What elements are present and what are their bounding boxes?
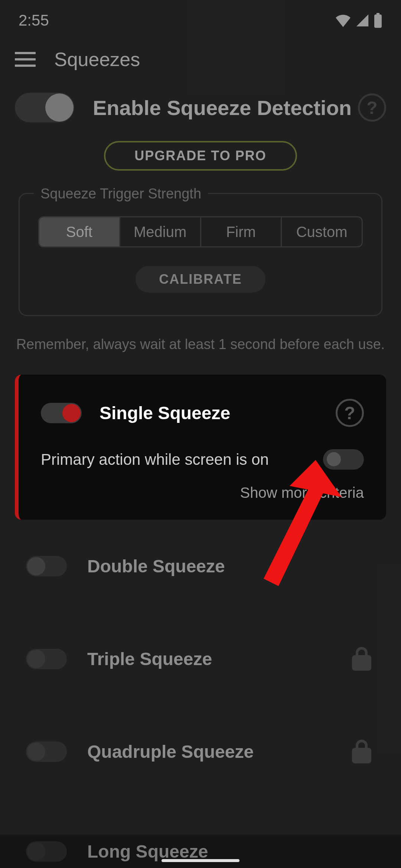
enable-squeeze-toggle[interactable] — [15, 93, 74, 122]
wifi-icon — [335, 14, 351, 27]
page-title: Squeezes — [54, 48, 140, 70]
upgrade-button[interactable]: UPGRADE TO PRO — [104, 141, 297, 171]
show-more-criteria-link[interactable]: Show more criteria — [41, 484, 364, 501]
calibrate-button[interactable]: CALIBRATE — [136, 266, 265, 293]
double-squeeze-toggle[interactable] — [26, 556, 67, 576]
strength-option-soft[interactable]: Soft — [39, 217, 120, 246]
strength-fieldset: Squeeze Trigger Strength Soft Medium Fir… — [19, 193, 382, 316]
primary-action-toggle[interactable] — [323, 449, 364, 470]
strength-option-medium[interactable]: Medium — [120, 217, 201, 246]
status-time: 2:55 — [19, 11, 49, 29]
strength-segment: Soft Medium Firm Custom — [38, 216, 363, 247]
calibrate-label: CALIBRATE — [159, 272, 242, 287]
double-squeeze-label: Double Squeeze — [87, 556, 371, 576]
triple-squeeze-item[interactable]: Triple Squeeze — [15, 612, 386, 705]
enable-row: Enable Squeeze Detection ? — [15, 93, 386, 122]
quadruple-squeeze-label: Quadruple Squeeze — [87, 742, 352, 762]
help-icon[interactable]: ? — [358, 93, 386, 122]
cell-signal-icon — [356, 14, 369, 27]
nav-handle[interactable] — [162, 859, 239, 862]
enable-squeeze-label: Enable Squeeze Detection — [93, 96, 358, 120]
triple-squeeze-toggle[interactable] — [26, 649, 67, 669]
lock-icon — [352, 647, 371, 671]
status-bar: 2:55 — [0, 0, 401, 41]
lock-icon — [352, 740, 371, 763]
single-squeeze-title: Single Squeeze — [100, 403, 336, 423]
long-squeeze-toggle[interactable] — [26, 841, 67, 862]
long-squeeze-item[interactable]: Long Squeeze — [0, 835, 401, 868]
menu-icon[interactable] — [15, 52, 36, 67]
status-icons — [335, 13, 382, 28]
quadruple-squeeze-item[interactable]: Quadruple Squeeze — [15, 705, 386, 798]
single-help-icon[interactable]: ? — [336, 399, 364, 427]
single-squeeze-card: Single Squeeze ? Primary action while sc… — [15, 375, 386, 520]
svg-rect-1 — [376, 13, 379, 15]
long-squeeze-label: Long Squeeze — [87, 841, 208, 862]
strength-option-custom[interactable]: Custom — [282, 217, 362, 246]
strength-option-firm[interactable]: Firm — [201, 217, 282, 246]
hint-text: Remember, always wait at least 1 second … — [15, 336, 386, 352]
battery-icon — [374, 13, 382, 28]
double-squeeze-item[interactable]: Double Squeeze — [15, 520, 386, 612]
upgrade-label: UPGRADE TO PRO — [134, 148, 266, 164]
app-bar: Squeezes — [0, 41, 401, 78]
quadruple-squeeze-toggle[interactable] — [26, 742, 67, 762]
strength-legend: Squeeze Trigger Strength — [34, 186, 208, 202]
primary-action-label: Primary action while screen is on — [41, 451, 323, 468]
triple-squeeze-label: Triple Squeeze — [87, 649, 352, 669]
single-squeeze-toggle[interactable] — [41, 403, 82, 423]
svg-rect-0 — [374, 14, 382, 28]
